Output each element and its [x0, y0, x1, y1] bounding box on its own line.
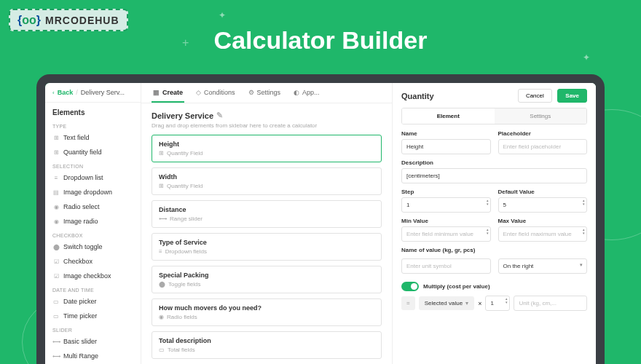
- unit-input[interactable]: [514, 296, 587, 311]
- equals-icon: =: [401, 296, 415, 310]
- brand-text: MRCODEHUB: [45, 15, 119, 26]
- element-label: Time picker: [63, 312, 97, 320]
- unitname-label: Name of value (kg, gr, pcs): [401, 247, 587, 253]
- cancel-button[interactable]: Cancel: [518, 89, 552, 103]
- element-icon: ⊞: [52, 134, 60, 141]
- field-card[interactable]: Type of Service≡Dropdown fields: [152, 233, 382, 261]
- tab-icon: ◇: [196, 89, 201, 96]
- edit-icon[interactable]: ✎: [216, 111, 223, 120]
- breadcrumb-current: Delivery Serv...: [81, 89, 125, 96]
- stepper-arrows-icon[interactable]: ▴▾: [487, 199, 489, 206]
- canvas: Delivery Service ✎ Drag and drop element…: [141, 103, 392, 364]
- back-link[interactable]: Back: [58, 89, 74, 96]
- field-name: How much movers do you need?: [159, 304, 374, 312]
- element-item[interactable]: ⊞Quantity field: [45, 145, 141, 159]
- field-type-icon: ⊞: [159, 150, 164, 157]
- subtab-settings[interactable]: Settings: [495, 108, 587, 124]
- tab[interactable]: ▦Create: [152, 89, 184, 103]
- max-input[interactable]: [498, 226, 588, 242]
- name-label: Name: [401, 130, 491, 137]
- stepper-arrows-icon[interactable]: ▴▾: [583, 228, 585, 235]
- element-item[interactable]: ≡Dropdown list: [45, 170, 141, 185]
- element-label: Image dropdown: [63, 189, 112, 196]
- element-item[interactable]: ◉Image radio: [45, 214, 141, 229]
- sidebar-category: DATE AND TIME: [45, 283, 141, 294]
- field-type-icon: ⟷: [159, 215, 167, 222]
- multiply-label: Multiply (cost per value): [423, 283, 490, 290]
- element-item[interactable]: ⬤Switch toggle: [45, 240, 141, 254]
- subtab-element[interactable]: Element: [402, 108, 495, 124]
- unitname-input[interactable]: [401, 258, 491, 274]
- field-name: Height: [159, 141, 374, 148]
- element-item[interactable]: ▭Time picker: [45, 309, 141, 323]
- step-label: Step: [401, 189, 491, 195]
- description-input[interactable]: [401, 168, 587, 183]
- placeholder-input[interactable]: [498, 139, 588, 154]
- field-type-icon: ⊞: [159, 183, 164, 189]
- element-item[interactable]: ▤Image dropdown: [45, 185, 141, 199]
- tab[interactable]: ⚙Settings: [247, 89, 283, 103]
- device-frame: ‹ Back / Delivery Serv... Elements TYPE⊞…: [36, 74, 605, 364]
- sidebar-category: SLIDER: [45, 323, 141, 334]
- element-icon: ◉: [52, 218, 60, 225]
- tab[interactable]: ◇Conditions: [194, 89, 237, 103]
- element-item[interactable]: ▭Date picker: [45, 294, 141, 309]
- element-label: Radio select: [63, 203, 100, 210]
- field-card[interactable]: Special Packing⬤Toggle fields: [152, 266, 382, 293]
- name-input[interactable]: [401, 139, 491, 154]
- field-type-icon: ⬤: [159, 281, 165, 288]
- element-item[interactable]: ⟷Multi Range: [45, 349, 141, 363]
- unitpos-select[interactable]: [498, 258, 588, 274]
- default-input[interactable]: [498, 197, 588, 213]
- element-item[interactable]: ⟷Basic slider: [45, 334, 141, 349]
- stepper-arrows-icon[interactable]: ▴▾: [506, 297, 508, 304]
- field-card[interactable]: Total description▭Total fields: [152, 331, 382, 359]
- step-input[interactable]: [401, 197, 491, 213]
- placeholder-label: Placeholder: [498, 130, 588, 137]
- max-label: Max Value: [498, 218, 588, 224]
- field-name: Width: [159, 173, 374, 181]
- element-icon: ◉: [52, 203, 60, 210]
- canvas-title: Delivery Service ✎: [152, 111, 382, 120]
- chevron-left-icon: ‹: [52, 90, 55, 96]
- field-type-icon: ≡: [159, 248, 162, 255]
- field-name: Distance: [159, 206, 374, 213]
- main: ▦Create◇Conditions⚙Settings◐App... Deliv…: [141, 83, 392, 364]
- field-type: ◉Radio fields: [159, 314, 374, 320]
- element-label: Image checkbox: [63, 272, 111, 280]
- field-card[interactable]: How much movers do you need?◉Radio field…: [152, 298, 382, 326]
- element-item[interactable]: ☑Image checkbox: [45, 269, 141, 283]
- tab-icon: ⚙: [248, 89, 254, 96]
- field-name: Special Packing: [159, 272, 374, 279]
- brand-icon: {oo}: [17, 13, 41, 27]
- element-label: Checkbox: [63, 258, 93, 265]
- element-item[interactable]: ☑Checkbox: [45, 254, 141, 269]
- element-icon: ⊞: [52, 149, 60, 156]
- multiply-toggle[interactable]: [401, 282, 419, 291]
- stepper-arrows-icon[interactable]: ▴▾: [487, 228, 489, 235]
- min-label: Min Value: [401, 218, 491, 224]
- element-icon: ⟷: [52, 352, 60, 360]
- element-icon: ▭: [52, 298, 60, 305]
- stepper-arrows-icon[interactable]: ▴▾: [583, 199, 585, 206]
- sidebar: ‹ Back / Delivery Serv... Elements TYPE⊞…: [45, 83, 141, 364]
- save-button[interactable]: Save: [557, 89, 587, 103]
- brand-badge: {oo} MRCODEHUB: [9, 9, 128, 31]
- field-card[interactable]: Distance⟷Range slider: [152, 200, 382, 228]
- element-label: Image radio: [63, 218, 98, 225]
- min-input[interactable]: [401, 226, 491, 242]
- element-label: Multi Range: [63, 352, 98, 360]
- tab-icon: ▦: [153, 89, 160, 96]
- element-item[interactable]: ◉Radio select: [45, 199, 141, 214]
- element-item[interactable]: ⊞Text field: [45, 130, 141, 145]
- field-card[interactable]: Width⊞Quantity Field: [152, 167, 382, 195]
- tab-label: Conditions: [204, 89, 235, 96]
- field-card[interactable]: Height⊞Quantity Field: [152, 135, 382, 162]
- default-label: Default Value: [498, 189, 588, 195]
- selected-value-chip[interactable]: Selected value▾: [419, 296, 474, 310]
- tab[interactable]: ◐App...: [292, 89, 321, 103]
- field-type: ▭Total fields: [159, 347, 374, 353]
- sidebar-category: SELECTION: [45, 159, 141, 170]
- breadcrumb[interactable]: ‹ Back / Delivery Serv...: [45, 83, 141, 103]
- element-icon: ⟷: [52, 338, 60, 345]
